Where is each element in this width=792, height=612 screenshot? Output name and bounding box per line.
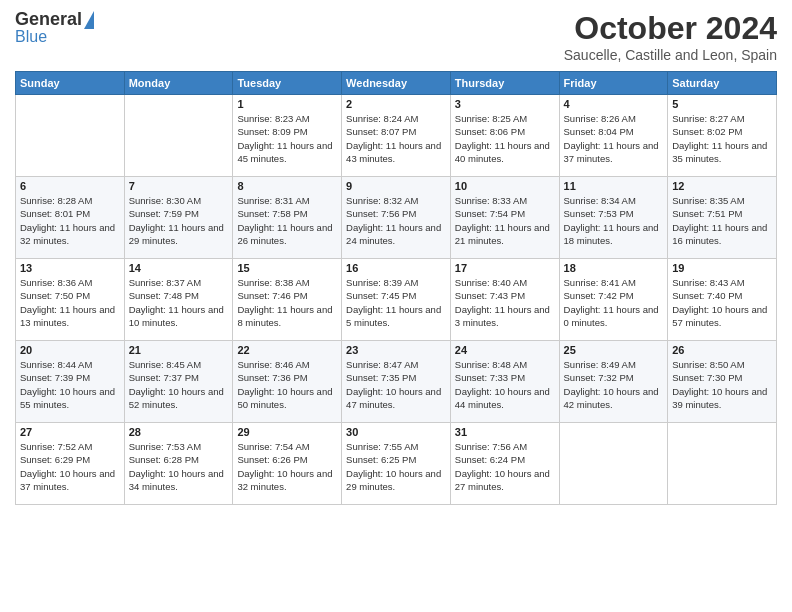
calendar-cell: 4Sunrise: 8:26 AMSunset: 8:04 PMDaylight… bbox=[559, 95, 668, 177]
day-detail: Sunrise: 8:36 AMSunset: 7:50 PMDaylight:… bbox=[20, 276, 120, 329]
day-number: 2 bbox=[346, 98, 446, 110]
header: General Blue October 2024 Saucelle, Cast… bbox=[15, 10, 777, 63]
calendar-cell: 9Sunrise: 8:32 AMSunset: 7:56 PMDaylight… bbox=[342, 177, 451, 259]
calendar-header: SundayMondayTuesdayWednesdayThursdayFrid… bbox=[16, 72, 777, 95]
day-detail: Sunrise: 8:50 AMSunset: 7:30 PMDaylight:… bbox=[672, 358, 772, 411]
day-number: 31 bbox=[455, 426, 555, 438]
day-number: 15 bbox=[237, 262, 337, 274]
day-detail: Sunrise: 8:45 AMSunset: 7:37 PMDaylight:… bbox=[129, 358, 229, 411]
day-number: 26 bbox=[672, 344, 772, 356]
day-number: 30 bbox=[346, 426, 446, 438]
day-number: 16 bbox=[346, 262, 446, 274]
day-number: 20 bbox=[20, 344, 120, 356]
header-row: SundayMondayTuesdayWednesdayThursdayFrid… bbox=[16, 72, 777, 95]
day-number: 29 bbox=[237, 426, 337, 438]
calendar-cell: 22Sunrise: 8:46 AMSunset: 7:36 PMDayligh… bbox=[233, 341, 342, 423]
calendar-cell: 6Sunrise: 8:28 AMSunset: 8:01 PMDaylight… bbox=[16, 177, 125, 259]
header-day: Sunday bbox=[16, 72, 125, 95]
calendar-cell: 2Sunrise: 8:24 AMSunset: 8:07 PMDaylight… bbox=[342, 95, 451, 177]
calendar-cell: 26Sunrise: 8:50 AMSunset: 7:30 PMDayligh… bbox=[668, 341, 777, 423]
calendar-cell: 13Sunrise: 8:36 AMSunset: 7:50 PMDayligh… bbox=[16, 259, 125, 341]
calendar-week: 13Sunrise: 8:36 AMSunset: 7:50 PMDayligh… bbox=[16, 259, 777, 341]
calendar-week: 20Sunrise: 8:44 AMSunset: 7:39 PMDayligh… bbox=[16, 341, 777, 423]
day-number: 13 bbox=[20, 262, 120, 274]
day-detail: Sunrise: 8:41 AMSunset: 7:42 PMDaylight:… bbox=[564, 276, 664, 329]
calendar-cell: 8Sunrise: 8:31 AMSunset: 7:58 PMDaylight… bbox=[233, 177, 342, 259]
day-number: 21 bbox=[129, 344, 229, 356]
day-detail: Sunrise: 8:33 AMSunset: 7:54 PMDaylight:… bbox=[455, 194, 555, 247]
calendar-cell bbox=[559, 423, 668, 505]
logo-triangle-icon bbox=[84, 11, 94, 29]
logo-text: General bbox=[15, 10, 94, 28]
header-day: Friday bbox=[559, 72, 668, 95]
day-detail: Sunrise: 8:28 AMSunset: 8:01 PMDaylight:… bbox=[20, 194, 120, 247]
header-day: Saturday bbox=[668, 72, 777, 95]
day-number: 4 bbox=[564, 98, 664, 110]
calendar-cell: 24Sunrise: 8:48 AMSunset: 7:33 PMDayligh… bbox=[450, 341, 559, 423]
title-block: October 2024 Saucelle, Castille and Leon… bbox=[564, 10, 777, 63]
calendar-cell: 20Sunrise: 8:44 AMSunset: 7:39 PMDayligh… bbox=[16, 341, 125, 423]
calendar-cell bbox=[124, 95, 233, 177]
day-detail: Sunrise: 8:38 AMSunset: 7:46 PMDaylight:… bbox=[237, 276, 337, 329]
calendar-cell: 16Sunrise: 8:39 AMSunset: 7:45 PMDayligh… bbox=[342, 259, 451, 341]
day-detail: Sunrise: 8:43 AMSunset: 7:40 PMDaylight:… bbox=[672, 276, 772, 329]
day-detail: Sunrise: 8:40 AMSunset: 7:43 PMDaylight:… bbox=[455, 276, 555, 329]
day-detail: Sunrise: 8:31 AMSunset: 7:58 PMDaylight:… bbox=[237, 194, 337, 247]
day-detail: Sunrise: 7:53 AMSunset: 6:28 PMDaylight:… bbox=[129, 440, 229, 493]
calendar-cell: 31Sunrise: 7:56 AMSunset: 6:24 PMDayligh… bbox=[450, 423, 559, 505]
day-detail: Sunrise: 8:39 AMSunset: 7:45 PMDaylight:… bbox=[346, 276, 446, 329]
day-detail: Sunrise: 7:54 AMSunset: 6:26 PMDaylight:… bbox=[237, 440, 337, 493]
day-detail: Sunrise: 8:32 AMSunset: 7:56 PMDaylight:… bbox=[346, 194, 446, 247]
header-day: Tuesday bbox=[233, 72, 342, 95]
day-number: 5 bbox=[672, 98, 772, 110]
day-number: 18 bbox=[564, 262, 664, 274]
calendar-body: 1Sunrise: 8:23 AMSunset: 8:09 PMDaylight… bbox=[16, 95, 777, 505]
calendar-cell: 23Sunrise: 8:47 AMSunset: 7:35 PMDayligh… bbox=[342, 341, 451, 423]
header-day: Thursday bbox=[450, 72, 559, 95]
calendar-cell: 30Sunrise: 7:55 AMSunset: 6:25 PMDayligh… bbox=[342, 423, 451, 505]
calendar-cell: 28Sunrise: 7:53 AMSunset: 6:28 PMDayligh… bbox=[124, 423, 233, 505]
day-number: 22 bbox=[237, 344, 337, 356]
day-number: 1 bbox=[237, 98, 337, 110]
day-number: 9 bbox=[346, 180, 446, 192]
day-number: 10 bbox=[455, 180, 555, 192]
calendar-cell: 15Sunrise: 8:38 AMSunset: 7:46 PMDayligh… bbox=[233, 259, 342, 341]
day-detail: Sunrise: 8:23 AMSunset: 8:09 PMDaylight:… bbox=[237, 112, 337, 165]
day-detail: Sunrise: 8:26 AMSunset: 8:04 PMDaylight:… bbox=[564, 112, 664, 165]
calendar-week: 27Sunrise: 7:52 AMSunset: 6:29 PMDayligh… bbox=[16, 423, 777, 505]
page-title: October 2024 bbox=[564, 10, 777, 47]
day-detail: Sunrise: 8:35 AMSunset: 7:51 PMDaylight:… bbox=[672, 194, 772, 247]
header-day: Wednesday bbox=[342, 72, 451, 95]
day-number: 8 bbox=[237, 180, 337, 192]
day-number: 17 bbox=[455, 262, 555, 274]
day-detail: Sunrise: 7:56 AMSunset: 6:24 PMDaylight:… bbox=[455, 440, 555, 493]
calendar-cell: 27Sunrise: 7:52 AMSunset: 6:29 PMDayligh… bbox=[16, 423, 125, 505]
calendar-week: 6Sunrise: 8:28 AMSunset: 8:01 PMDaylight… bbox=[16, 177, 777, 259]
calendar-cell: 3Sunrise: 8:25 AMSunset: 8:06 PMDaylight… bbox=[450, 95, 559, 177]
day-number: 24 bbox=[455, 344, 555, 356]
day-number: 3 bbox=[455, 98, 555, 110]
day-number: 7 bbox=[129, 180, 229, 192]
calendar-cell: 25Sunrise: 8:49 AMSunset: 7:32 PMDayligh… bbox=[559, 341, 668, 423]
page-subtitle: Saucelle, Castille and Leon, Spain bbox=[564, 47, 777, 63]
header-day: Monday bbox=[124, 72, 233, 95]
day-number: 12 bbox=[672, 180, 772, 192]
calendar-cell: 5Sunrise: 8:27 AMSunset: 8:02 PMDaylight… bbox=[668, 95, 777, 177]
day-detail: Sunrise: 8:30 AMSunset: 7:59 PMDaylight:… bbox=[129, 194, 229, 247]
day-detail: Sunrise: 8:47 AMSunset: 7:35 PMDaylight:… bbox=[346, 358, 446, 411]
calendar-cell: 14Sunrise: 8:37 AMSunset: 7:48 PMDayligh… bbox=[124, 259, 233, 341]
day-detail: Sunrise: 8:46 AMSunset: 7:36 PMDaylight:… bbox=[237, 358, 337, 411]
calendar-cell: 10Sunrise: 8:33 AMSunset: 7:54 PMDayligh… bbox=[450, 177, 559, 259]
day-detail: Sunrise: 8:44 AMSunset: 7:39 PMDaylight:… bbox=[20, 358, 120, 411]
day-number: 11 bbox=[564, 180, 664, 192]
calendar-cell: 17Sunrise: 8:40 AMSunset: 7:43 PMDayligh… bbox=[450, 259, 559, 341]
day-number: 19 bbox=[672, 262, 772, 274]
calendar-cell: 1Sunrise: 8:23 AMSunset: 8:09 PMDaylight… bbox=[233, 95, 342, 177]
calendar: SundayMondayTuesdayWednesdayThursdayFrid… bbox=[15, 71, 777, 505]
calendar-cell: 29Sunrise: 7:54 AMSunset: 6:26 PMDayligh… bbox=[233, 423, 342, 505]
day-detail: Sunrise: 8:49 AMSunset: 7:32 PMDaylight:… bbox=[564, 358, 664, 411]
day-number: 27 bbox=[20, 426, 120, 438]
calendar-cell: 12Sunrise: 8:35 AMSunset: 7:51 PMDayligh… bbox=[668, 177, 777, 259]
day-number: 25 bbox=[564, 344, 664, 356]
calendar-cell bbox=[16, 95, 125, 177]
